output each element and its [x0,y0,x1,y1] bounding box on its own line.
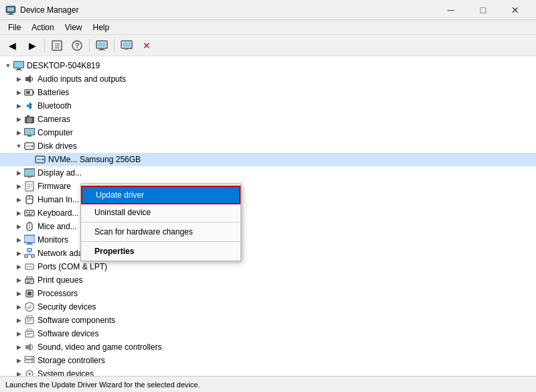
minimize-button[interactable]: ─ [436,0,466,20]
context-menu-properties[interactable]: Properties [81,243,241,259]
tree-item-display[interactable]: ▶ Display ad... [0,166,536,180]
svg-point-35 [31,145,34,147]
computer-icon2 [24,127,35,138]
sysdev-label: System devices [38,369,94,376]
tree-item-diskdrives[interactable]: ▼ Disk drives [0,139,536,153]
svg-text:☰: ☰ [54,42,60,50]
ports-expand[interactable]: ▶ [13,261,24,272]
bluetooth-label: Bluetooth [38,101,72,111]
keyboards-expand[interactable]: ▶ [13,208,24,218]
bluetooth-expand[interactable]: ▶ [13,101,24,111]
mice-expand[interactable]: ▶ [13,221,24,232]
swdev-label: Software devices [38,329,98,338]
sysdev-icon [24,369,35,376]
network-expand[interactable]: ▶ [13,248,24,259]
display-icon [24,168,35,178]
svg-rect-74 [27,282,30,283]
delete-button[interactable]: ✕ [137,36,156,55]
swcomp-label: Software components [38,316,115,325]
menu-help[interactable]: Help [88,21,115,34]
print-expand[interactable]: ▶ [13,275,24,285]
window-controls: ─ □ ✕ [436,0,531,20]
swcomp-expand[interactable]: ▶ [13,315,24,326]
monitors-expand[interactable]: ▶ [13,235,24,245]
diskdrives-expand[interactable]: ▼ [13,141,24,151]
maximize-button[interactable]: □ [468,0,498,20]
monitors-icon [24,235,35,245]
sound-label: Sound, video and game controllers [38,342,161,352]
tree-item-batteries[interactable]: ▶ Batteries [0,86,536,99]
tree-item-storage[interactable]: ▶ Storage controllers [0,354,536,367]
tree-item-computer[interactable]: ▶ Computer [0,126,536,139]
print-icon [24,275,35,285]
monitors-label: Monitors [38,235,68,245]
svg-rect-64 [31,255,34,257]
tree-item-audio[interactable]: ▶ Audio inputs and outputs [0,72,536,86]
toolbar: ◀ ▶ ☰ ? + ✕ [0,35,536,56]
ports-icon [24,261,35,272]
tree-item-proc[interactable]: ▶ Processors [0,287,536,300]
svg-rect-20 [15,70,22,70]
batteries-expand[interactable]: ▶ [13,87,24,98]
context-menu-update-driver[interactable]: Update driver [81,186,241,204]
display-expand[interactable]: ▶ [13,168,24,178]
menu-action[interactable]: Action [26,21,59,34]
sound-icon [24,342,35,352]
menu-file[interactable]: File [3,21,26,34]
close-button[interactable]: ✕ [500,0,531,20]
sysdev-expand[interactable]: ▶ [13,369,24,376]
tree-item-sysdev[interactable]: ▶ System devices [0,367,536,376]
cameras-label: Cameras [38,115,70,124]
tree-item-sound[interactable]: ▶ Sound, video and game controllers [0,340,536,354]
back-button[interactable]: ◀ [3,36,21,55]
properties-button[interactable]: ☰ [48,36,66,55]
cameras-expand[interactable]: ▶ [13,114,24,125]
device-tree[interactable]: ▼ DESKTOP-504K819 ▶ Audio inp [0,56,536,376]
sound-expand[interactable]: ▶ [13,342,24,352]
security-expand[interactable]: ▶ [13,302,24,312]
audio-expand[interactable]: ▶ [13,74,24,84]
toolbar-sep-1 [44,39,45,52]
display-button[interactable] [92,36,111,55]
root-label: DESKTOP-504K819 [27,61,100,70]
security-label: Security devices [38,302,96,312]
root-expand[interactable]: ▼ [3,60,13,71]
forward-button[interactable]: ▶ [23,36,42,55]
svg-rect-42 [27,176,31,178]
storage-expand[interactable]: ▶ [13,355,24,366]
tree-item-ports[interactable]: ▶ Ports (COM & LPT) [0,260,536,273]
tree-item-swcomp[interactable]: ▶ Software components [0,314,536,327]
tree-item-swdev[interactable]: ▶ Software devices [0,327,536,340]
swcomp-icon [24,315,35,326]
svg-text:?: ? [75,42,80,50]
hid-label: Human In... [38,195,79,204]
proc-label: Processors [38,289,78,298]
svg-point-93 [31,361,33,362]
menu-view[interactable]: View [60,21,88,34]
firmware-expand[interactable]: ▶ [13,181,24,192]
tree-root[interactable]: ▼ DESKTOP-504K819 [0,59,536,72]
svg-rect-30 [27,115,29,117]
hid-expand[interactable]: ▶ [13,194,24,205]
proc-expand[interactable]: ▶ [13,288,24,299]
diskdrives-icon [24,141,35,151]
tree-item-security[interactable]: ▶ Security devices [0,300,536,314]
computer-expand[interactable]: ▶ [13,127,24,138]
svg-rect-9 [98,42,106,47]
tree-item-bluetooth[interactable]: ▶ Bluetooth [0,99,536,113]
svg-rect-54 [27,214,32,215]
context-menu-scan[interactable]: Scan for hardware changes [81,224,241,240]
context-menu-uninstall[interactable]: Uninstall device [81,204,241,220]
svg-rect-62 [27,249,31,251]
help-button[interactable]: ? [68,36,86,55]
scan-button[interactable]: + [117,36,136,55]
tree-item-cameras[interactable]: ▶ Cameras [0,113,536,126]
svg-point-92 [31,357,33,358]
cameras-icon [24,114,35,125]
tree-item-print[interactable]: ▶ Print queues [0,273,536,287]
storage-label: Storage controllers [38,356,105,365]
nvme-label: NVMe... Samsung 256GB [48,155,141,164]
tree-item-nvme[interactable]: ▶ NVMe... Samsung 256GB [0,153,536,166]
swdev-expand[interactable]: ▶ [13,328,24,339]
toolbar-sep-2 [89,39,90,52]
